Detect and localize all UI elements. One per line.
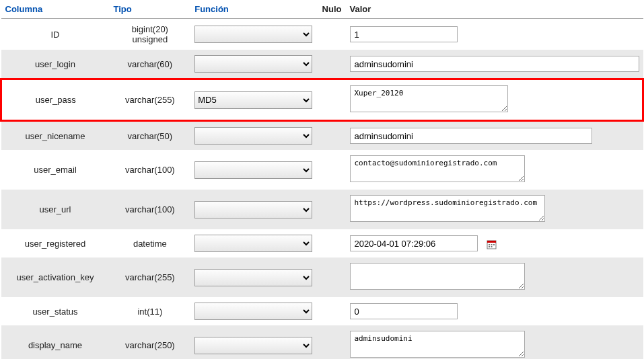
type-display-name: varchar(250) bbox=[109, 325, 190, 359]
row-id: ID bigint(20) unsigned bbox=[1, 19, 643, 50]
colname-user-pass: user_pass bbox=[1, 79, 110, 121]
type-id: bigint(20) unsigned bbox=[109, 19, 190, 50]
row-user-url: user_url varchar(100) bbox=[1, 190, 643, 229]
value-textarea-user-email[interactable] bbox=[350, 155, 525, 182]
func-select-user-email[interactable] bbox=[194, 161, 312, 179]
value-textarea-user-url[interactable] bbox=[350, 195, 545, 222]
type-user-login: varchar(60) bbox=[109, 50, 190, 79]
colname-id: ID bbox=[1, 19, 110, 50]
func-select-user-activation-key[interactable] bbox=[194, 269, 312, 286]
value-textarea-user-activation-key[interactable] bbox=[350, 263, 525, 290]
type-user-registered: datetime bbox=[109, 229, 190, 257]
header-nulo: Nulo bbox=[318, 0, 346, 19]
svg-rect-6 bbox=[491, 246, 493, 247]
colname-user-activation-key: user_activation_key bbox=[1, 257, 110, 297]
value-input-user-registered[interactable] bbox=[350, 235, 478, 251]
row-user-nicename: user_nicename varchar(50) bbox=[1, 121, 643, 151]
row-user-activation-key: user_activation_key varchar(255) bbox=[1, 257, 643, 297]
value-textarea-user-pass[interactable]: <span class="spellred" data-bind="rows.u… bbox=[350, 85, 508, 112]
value-input-user-nicename[interactable] bbox=[350, 128, 592, 144]
type-user-pass: varchar(255) bbox=[109, 79, 190, 121]
func-select-user-pass[interactable]: MD5 bbox=[194, 91, 312, 109]
value-textarea-display-name[interactable] bbox=[350, 331, 525, 358]
colname-user-email: user_email bbox=[1, 150, 110, 190]
colname-display-name: display_name bbox=[1, 325, 110, 359]
colname-user-login: user_login bbox=[1, 50, 110, 79]
func-select-user-status[interactable] bbox=[194, 303, 312, 320]
value-input-user-login[interactable] bbox=[350, 56, 639, 72]
row-user-email: user_email varchar(100) bbox=[1, 150, 643, 190]
colname-user-url: user_url bbox=[1, 190, 110, 229]
type-user-url: varchar(100) bbox=[109, 190, 190, 229]
type-user-email: varchar(100) bbox=[109, 150, 190, 190]
svg-rect-3 bbox=[491, 244, 493, 245]
row-user-status: user_status int(11) bbox=[1, 297, 643, 325]
fields-table: Columna Tipo Función Nulo Valor ID bigin… bbox=[0, 0, 644, 359]
row-display-name: display_name varchar(250) bbox=[1, 325, 643, 359]
func-select-user-registered[interactable] bbox=[194, 235, 312, 252]
type-user-activation-key: varchar(255) bbox=[109, 257, 190, 297]
header-columna[interactable]: Columna bbox=[1, 0, 110, 19]
calendar-icon[interactable] bbox=[487, 239, 497, 249]
type-user-nicename: varchar(50) bbox=[109, 121, 190, 151]
colname-user-status: user_status bbox=[1, 297, 110, 325]
header-valor: Valor bbox=[346, 0, 643, 19]
func-select-user-nicename[interactable] bbox=[194, 127, 312, 145]
header-tipo[interactable]: Tipo bbox=[109, 0, 190, 19]
type-user-status: int(11) bbox=[109, 297, 190, 325]
func-select-user-login[interactable] bbox=[194, 55, 312, 73]
svg-rect-1 bbox=[487, 241, 496, 243]
svg-rect-2 bbox=[489, 244, 490, 245]
row-user-pass: user_pass varchar(255) MD5 <span class="… bbox=[1, 79, 643, 121]
func-select-user-url[interactable] bbox=[194, 201, 312, 218]
svg-rect-5 bbox=[489, 246, 490, 247]
header-funcion[interactable]: Función bbox=[190, 0, 318, 19]
row-user-registered: user_registered datetime bbox=[1, 229, 643, 257]
row-user-login: user_login varchar(60) bbox=[1, 50, 643, 79]
colname-user-nicename: user_nicename bbox=[1, 121, 110, 151]
value-input-user-status[interactable] bbox=[350, 303, 458, 319]
func-select-id[interactable] bbox=[194, 26, 312, 43]
svg-rect-4 bbox=[493, 244, 495, 245]
value-input-id[interactable] bbox=[350, 26, 458, 42]
colname-user-registered: user_registered bbox=[1, 229, 110, 257]
func-select-display-name[interactable] bbox=[194, 337, 312, 354]
